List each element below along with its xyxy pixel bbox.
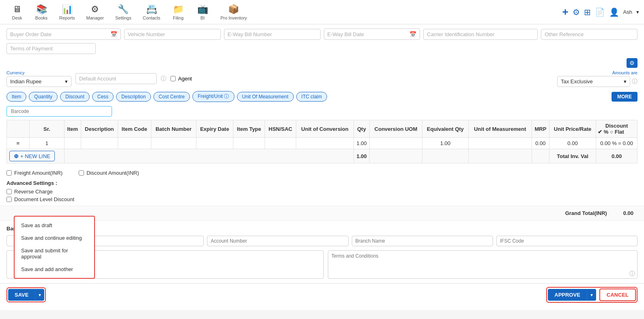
- freight-amount-checkbox-label[interactable]: Freight Amount(INR): [6, 170, 62, 176]
- toggle-cess[interactable]: Cess: [92, 92, 114, 102]
- row-description[interactable]: [81, 138, 118, 149]
- col-batch-number: Batch Number: [151, 120, 196, 138]
- grid-nav-icon[interactable]: ⊞: [584, 7, 591, 17]
- save-and-submit-option[interactable]: Save and submit for approval: [15, 244, 94, 263]
- freight-amount-text: Freight Amount(INR): [14, 170, 62, 176]
- tax-exclusive-select[interactable]: Tax Exclusive ▾: [557, 76, 630, 87]
- row-equivalent-qty[interactable]: 1.00: [422, 138, 469, 149]
- toggle-quantity[interactable]: Quantity: [29, 92, 58, 102]
- row-hsn-sac[interactable]: [265, 138, 296, 149]
- nav-books[interactable]: 📚 Books: [29, 2, 54, 23]
- document-level-discount-text: Document Level Discount: [14, 196, 74, 202]
- advanced-settings-title: Advanced Settings :: [6, 180, 638, 186]
- agent-checkbox[interactable]: [170, 76, 176, 81]
- reverse-charge-label[interactable]: Reverse Charge: [6, 189, 638, 195]
- toggle-freight-unit[interactable]: Freight/Unit ⓘ: [192, 91, 234, 102]
- row-item-code[interactable]: [118, 138, 151, 149]
- save-as-draft-option[interactable]: Save as draft: [15, 219, 94, 232]
- add-button[interactable]: +: [562, 6, 568, 18]
- col-unit-conversion: Unit of Conversion: [296, 120, 353, 138]
- ifsc-code-input[interactable]: [496, 236, 638, 246]
- eway-bill-date-field[interactable]: E-Way Bill Date 📅: [324, 28, 420, 40]
- default-account-field[interactable]: Default Account: [75, 73, 157, 84]
- tax-info-icon[interactable]: ⓘ: [632, 78, 638, 85]
- row-discount[interactable]: 0.00 % = 0.00: [596, 138, 638, 149]
- eway-bill-number-field[interactable]: E-Way Bill Number: [224, 29, 321, 40]
- currency-field-label: Currency: [6, 70, 71, 75]
- discount-amount-checkbox-label[interactable]: Discount Amount(INR): [79, 170, 139, 176]
- calendar-icon: 📅: [110, 31, 117, 37]
- col-sr: Sr.: [29, 120, 64, 138]
- reverse-charge-text: Reverse Charge: [14, 189, 53, 195]
- row-batch-number[interactable]: [151, 138, 196, 149]
- gear-nav-icon[interactable]: ⚙: [573, 7, 580, 17]
- default-account-info-icon[interactable]: ⓘ: [161, 75, 166, 82]
- nav-manager[interactable]: ⚙ Manager: [81, 2, 110, 23]
- toggle-description[interactable]: Description: [116, 92, 151, 102]
- nav-contacts[interactable]: 📇 Contacts: [137, 2, 166, 23]
- nav-bi[interactable]: 📺 BI: [190, 2, 215, 23]
- eway-calendar-icon: 📅: [409, 31, 416, 37]
- toggle-discount[interactable]: Discount: [60, 92, 90, 102]
- terms-info-icon[interactable]: ⓘ: [629, 270, 635, 278]
- terms-of-payment-field[interactable]: Terms of Payment: [6, 43, 96, 54]
- doc-nav-icon[interactable]: 📄: [595, 7, 605, 17]
- toggle-cost-centre[interactable]: Cost Centre: [153, 92, 190, 102]
- nav-desk[interactable]: 🖥 Desk: [5, 2, 29, 23]
- row-conversion-uom[interactable]: [370, 138, 422, 149]
- document-level-discount-label[interactable]: Document Level Discount: [6, 196, 638, 202]
- toggle-item[interactable]: Item: [6, 92, 26, 102]
- reverse-charge-checkbox[interactable]: [6, 189, 12, 194]
- nav-pro-inventory[interactable]: 📦 Pro Inventory: [215, 2, 252, 23]
- terms-textarea[interactable]: [328, 250, 638, 279]
- nav-reports[interactable]: 📊 Reports: [54, 2, 81, 23]
- document-level-discount-checkbox[interactable]: [6, 197, 12, 202]
- new-line-button[interactable]: ⊕ + NEW LINE: [9, 151, 55, 161]
- nav-right: + ⚙ ⊞ 📄 👤 Ash ▾: [562, 6, 639, 18]
- currency-dropdown-icon: ▾: [65, 78, 68, 85]
- freight-amount-checkbox[interactable]: [6, 170, 12, 176]
- currency-row: Currency Indian Rupee ▾ Default Account …: [6, 70, 638, 87]
- save-popup: Save as draft Save and continue editing …: [14, 216, 95, 279]
- discount-flat-option[interactable]: ○ Flat: [610, 129, 624, 135]
- row-mrp[interactable]: 0.00: [532, 138, 549, 149]
- account-number-input[interactable]: [207, 236, 348, 246]
- discount-amount-checkbox[interactable]: [79, 170, 84, 176]
- nav-filing[interactable]: 📁 Filing: [166, 2, 190, 23]
- user-nav-icon[interactable]: 👤: [609, 7, 619, 17]
- toggle-unit-of-measurement[interactable]: Unit Of Measurement: [237, 92, 294, 102]
- row-qty[interactable]: 1.00: [354, 138, 370, 149]
- nav-settings[interactable]: 🔧 Settings: [110, 2, 137, 23]
- vehicle-number-field[interactable]: Vehicle Number: [124, 29, 221, 40]
- settings-gear-button[interactable]: ⚙: [627, 58, 638, 68]
- row-unit-conversion[interactable]: [296, 138, 353, 149]
- barcode-input[interactable]: [6, 106, 112, 117]
- row-unit-price[interactable]: 0.00: [549, 138, 596, 149]
- row-item-type[interactable]: [233, 138, 265, 149]
- drag-handle[interactable]: ≡: [7, 138, 30, 149]
- discount-percent-option[interactable]: ✔ %: [598, 129, 608, 135]
- approve-dropdown-button[interactable]: ▾: [587, 289, 596, 301]
- row-expiry-date[interactable]: [196, 138, 233, 149]
- save-button[interactable]: SAVE: [8, 289, 35, 301]
- cancel-button[interactable]: CANCEL: [599, 289, 636, 301]
- branch-name-input[interactable]: [352, 236, 493, 246]
- toggle-itc-claim[interactable]: ITC claim: [296, 92, 327, 102]
- discount-amount-text: Discount Amount(INR): [86, 170, 139, 176]
- save-button-group: SAVE ▾: [8, 289, 44, 301]
- approve-button[interactable]: APPROVE: [548, 289, 587, 301]
- save-dropdown-button[interactable]: ▾: [35, 289, 44, 301]
- new-line-cell: ⊕ + NEW LINE: [7, 149, 65, 163]
- save-and-add-option[interactable]: Save and add another: [15, 263, 94, 276]
- row-unit-measurement[interactable]: [468, 138, 532, 149]
- row-item[interactable]: [64, 138, 81, 149]
- carrier-id-field[interactable]: Carrier Identification Number: [423, 29, 538, 40]
- currency-select[interactable]: Indian Rupee ▾: [6, 76, 71, 87]
- save-and-continue-option[interactable]: Save and continue editing: [15, 232, 94, 244]
- desk-icon: 🖥: [13, 4, 22, 15]
- other-reference-field[interactable]: Other Reference: [541, 29, 638, 40]
- user-label[interactable]: Ash: [623, 9, 632, 15]
- buyer-order-date-field[interactable]: Buyer Order Date 📅: [6, 28, 121, 40]
- more-button[interactable]: MORE: [612, 92, 638, 102]
- col-qty: Qty: [354, 120, 370, 138]
